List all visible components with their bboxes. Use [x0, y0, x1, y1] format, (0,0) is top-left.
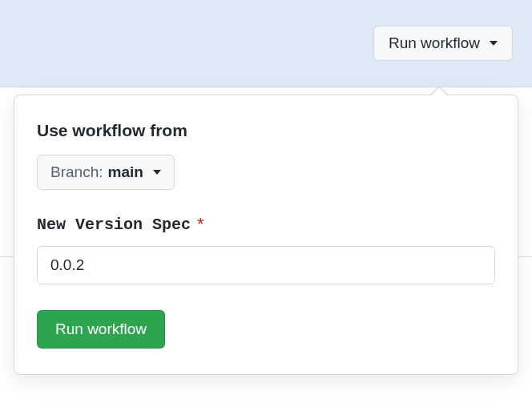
- version-spec-label-text: New Version Spec: [37, 216, 191, 234]
- workflow-dispatch-popover: Use workflow from Branch: main New Versi…: [14, 95, 518, 375]
- required-asterisk-icon: *: [197, 214, 204, 235]
- run-workflow-dropdown-label: Run workflow: [389, 34, 480, 52]
- run-workflow-submit-label: Run workflow: [55, 320, 147, 337]
- run-workflow-dropdown-trigger[interactable]: Run workflow: [373, 26, 513, 61]
- branch-selector-button[interactable]: Branch: main: [37, 155, 175, 190]
- caret-down-icon: [153, 170, 161, 175]
- branch-name-label: main: [107, 163, 143, 181]
- caret-down-icon: [490, 41, 498, 46]
- version-spec-input[interactable]: [37, 246, 495, 284]
- version-spec-field-label: New Version Spec *: [37, 214, 495, 235]
- use-workflow-from-label: Use workflow from: [37, 121, 495, 140]
- workflow-dispatch-banner: Run workflow: [0, 0, 532, 87]
- run-workflow-submit-button[interactable]: Run workflow: [37, 310, 165, 349]
- branch-prefix-label: Branch:: [50, 163, 103, 181]
